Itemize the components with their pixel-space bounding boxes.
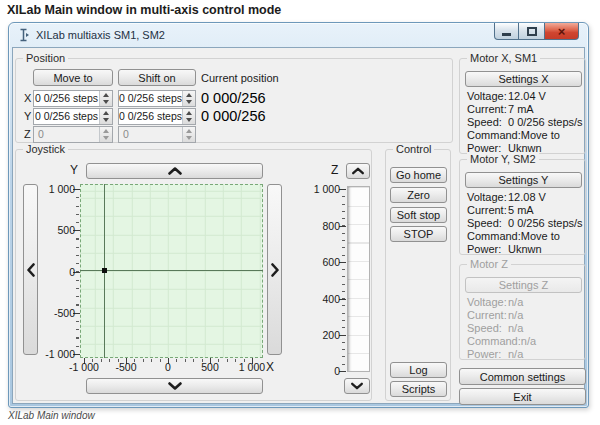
- common-settings-button[interactable]: Common settings: [459, 368, 586, 385]
- window-controls: ×: [494, 23, 579, 40]
- log-button[interactable]: Log: [390, 362, 447, 378]
- control-group: Control Go home Zero Soft stop STOP Log …: [385, 149, 451, 401]
- joystick-cursor[interactable]: [102, 268, 107, 273]
- z-tick: 0: [296, 366, 340, 377]
- z-tick: 400: [296, 294, 340, 305]
- move-to-value-x: 0 0/256 steps: [34, 91, 99, 106]
- minimize-icon: [502, 33, 511, 36]
- shift-on-input-z: 0: [118, 126, 196, 143]
- spin-up-icon[interactable]: [183, 109, 195, 117]
- motor-y-voltage: Voltage:12.08 V: [467, 191, 581, 204]
- joystick-x-tick: 0: [148, 362, 188, 373]
- spin-down-icon[interactable]: [183, 99, 195, 107]
- spin-up-icon[interactable]: [100, 109, 112, 117]
- motor-x-voltage: Voltage:12.04 V: [467, 90, 581, 103]
- motor-z-voltage: Voltage:n/a: [467, 296, 581, 309]
- spinner-z-move: [99, 127, 112, 142]
- xilab-window: XILab multiaxis SM1, SM2 × Position Move…: [8, 22, 589, 408]
- motor-y-command: Command:Move to: [467, 230, 581, 243]
- motor-z-title: Motor Z: [467, 258, 511, 270]
- joystick-y-tick: -1 000: [26, 349, 75, 360]
- position-row-z: Z 0 0: [16, 126, 452, 143]
- shift-on-input-x[interactable]: 0 0/256 steps: [118, 90, 196, 107]
- motor-x-current: Current:7 mA: [467, 103, 581, 116]
- close-icon: ×: [558, 25, 566, 38]
- motor-z-current: Current:n/a: [467, 309, 581, 322]
- soft-stop-button[interactable]: Soft stop: [390, 207, 447, 223]
- stop-button[interactable]: STOP: [390, 226, 447, 242]
- shift-on-value-y: 0 0/256 steps: [119, 109, 182, 124]
- motor-y-speed: Speed:0 0/256 steps/s: [467, 217, 581, 230]
- spin-up-icon[interactable]: [100, 91, 112, 99]
- motor-z-command: Command:n/a: [467, 335, 581, 348]
- shift-on-button[interactable]: Shift on: [118, 69, 196, 86]
- maximize-icon: [527, 27, 537, 36]
- shift-on-input-y[interactable]: 0 0/256 steps: [118, 108, 196, 125]
- spinner-z-shift: [182, 127, 195, 142]
- chevron-up-icon: [351, 167, 365, 175]
- joystick-y-tick: 0: [26, 267, 75, 278]
- joystick-up-button[interactable]: [86, 163, 263, 179]
- joystick-x-tick: -1 000: [64, 362, 104, 373]
- spinner-x-shift[interactable]: [182, 91, 195, 106]
- move-to-input-z: 0: [33, 126, 113, 143]
- exit-button[interactable]: Exit: [459, 388, 586, 405]
- z-tick: 1 000: [296, 184, 340, 195]
- joystick-right-button[interactable]: [267, 184, 282, 355]
- motor-y-current: Current:5 mA: [467, 204, 581, 217]
- z-tick: 600: [296, 257, 340, 268]
- motor-x-title: Motor X, SM1: [467, 52, 540, 64]
- joystick-plot[interactable]: [80, 184, 263, 358]
- titlebar[interactable]: XILab multiaxis SM1, SM2 ×: [9, 23, 588, 47]
- spinner-y-move[interactable]: [99, 109, 112, 124]
- current-position-x: 0 000/256: [201, 90, 266, 107]
- spin-down-icon[interactable]: [100, 99, 112, 107]
- figure-caption: XILab Main window: [8, 410, 95, 421]
- current-position-y: 0 000/256: [201, 108, 266, 125]
- go-home-button[interactable]: Go home: [390, 167, 447, 183]
- shift-on-value-z: 0: [119, 127, 182, 142]
- z-down-button[interactable]: [344, 378, 370, 394]
- spin-down-icon[interactable]: [100, 117, 112, 125]
- motor-y-power: Power:Uknwn: [467, 243, 581, 256]
- spin-up-icon[interactable]: [183, 91, 195, 99]
- position-row-x: X 0 0/256 steps 0 0/256 steps 0 000/256: [16, 90, 452, 107]
- motor-y-title: Motor Y, SM2: [467, 153, 539, 165]
- settings-y-button[interactable]: Settings Y: [465, 172, 582, 188]
- z-minor-ticks: [342, 189, 345, 373]
- move-to-input-x[interactable]: 0 0/256 steps: [33, 90, 113, 107]
- chevron-down-icon: [167, 382, 183, 390]
- motor-z-speed: Speed:n/a: [467, 322, 581, 335]
- scripts-button[interactable]: Scripts: [390, 381, 447, 397]
- z-slider[interactable]: [347, 186, 370, 372]
- close-button[interactable]: ×: [544, 23, 579, 40]
- current-position-header: Current position: [201, 72, 279, 84]
- minimize-button[interactable]: [494, 23, 519, 40]
- joystick-y-tick: -500: [26, 308, 75, 319]
- joystick-x-tick: -500: [106, 362, 146, 373]
- joystick-down-button[interactable]: [86, 378, 263, 394]
- move-to-value-y: 0 0/256 steps: [34, 109, 99, 124]
- settings-x-button[interactable]: Settings X: [465, 71, 582, 87]
- z-up-button[interactable]: [346, 163, 370, 179]
- motor-z-power: Power:n/a: [467, 348, 581, 361]
- chevron-up-icon: [167, 167, 183, 175]
- axis-label-y: Y: [24, 110, 31, 122]
- chevron-down-icon: [350, 382, 364, 390]
- axis-label-x: X: [24, 92, 31, 104]
- spinner-x-move[interactable]: [99, 91, 112, 106]
- spinner-y-shift[interactable]: [182, 109, 195, 124]
- axis-label-z: Z: [24, 128, 31, 140]
- settings-z-button: Settings Z: [465, 277, 582, 293]
- chevron-right-icon: [271, 262, 279, 278]
- position-group: Position Move to Shift on Current positi…: [15, 58, 453, 143]
- spin-down-icon[interactable]: [183, 117, 195, 125]
- move-to-input-y[interactable]: 0 0/256 steps: [33, 108, 113, 125]
- maximize-button[interactable]: [519, 23, 544, 40]
- z-tick: 800: [296, 221, 340, 232]
- move-to-button[interactable]: Move to: [33, 69, 113, 86]
- page-title: XILab Main window in multi-axis control …: [7, 3, 281, 17]
- window-client-area: Position Move to Shift on Current positi…: [12, 47, 585, 404]
- zero-button[interactable]: Zero: [390, 187, 447, 203]
- position-group-label: Position: [23, 52, 68, 64]
